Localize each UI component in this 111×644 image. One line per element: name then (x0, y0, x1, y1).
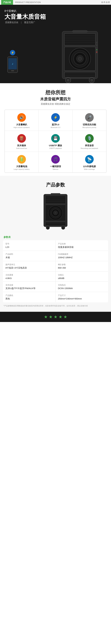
feature-cell-8: 🎵 一键消原音 Silencer (39, 152, 73, 172)
svg-rect-26 (45, 196, 66, 204)
feature-name-cn-4: 实木箱体 (17, 144, 26, 147)
specs-cell-model: 型号 L23 (3, 240, 56, 251)
header-right-text: 追·求·品·质 (101, 1, 110, 4)
features-title: 想你所想 (3, 89, 108, 96)
svg-point-19 (96, 52, 97, 52)
specs-cell-weight: 主机重量 4.8KG (3, 272, 56, 282)
specs-cell-color: 产品颜色 黑色 (3, 292, 56, 302)
feature-name-en-9: Wide coverage (84, 168, 95, 170)
specs-row-2: 产品材料 木箱 FM调频频率 100HZ-18MHZ (3, 251, 108, 261)
features-subtitle-line1: 木质音箱声震四方 (3, 96, 108, 102)
features-section: 想你所想 木质音箱声震四方 震撼重低音效 唱歌跳舞全搞定 🔊 大音量喇叭 Hig… (0, 83, 111, 176)
feature-cell-6: 🎙️ 录音放音 Recording and playback (73, 131, 106, 152)
feature-name-cn-1: 大音量喇叭 (16, 123, 27, 126)
svg-point-35 (55, 212, 56, 214)
hero-section: 8寸双喇叭 大音量木质音箱 震撼重低音效 ｜ 覆盖范围广 ⚡ ♪ (0, 5, 111, 83)
specs-cell-snr: 信噪比 ≥80dB (56, 272, 108, 282)
features-row-2: 🪵 实木箱体 Solid wood box 💾 USB/TF 播放 USB/TF… (5, 131, 106, 152)
specs-title: 产品参数 (3, 182, 108, 188)
specs-note: *产品参数数据采用数据由经量实验室内部测试所得，实际使用环境及设备不同，会存在差… (3, 304, 108, 307)
feature-icon-battery: 🔋 (17, 155, 26, 164)
feature-icon-wood-box: 🪵 (17, 134, 26, 143)
bluetooth-icon: ⚡ (10, 50, 15, 55)
feature-cell-5: 💾 USB/TF 播放 USB/TF playback (39, 131, 73, 152)
feature-name-cn-5: USB/TF 播放 (49, 144, 62, 147)
specs-section: 产品参数 参数表 型号 L2 (0, 176, 111, 312)
feature-icon-silencer: 🎵 (51, 155, 60, 164)
hero-subtitle: 震撼重低音效 ｜ 覆盖范围广 (4, 21, 107, 24)
feature-icon-power: 📡 (85, 155, 94, 164)
feature-name-cn-9: 12V外接电源 (83, 165, 96, 168)
svg-point-17 (96, 46, 98, 48)
stars-footer: ★ ★ ★ ★ ★ (0, 312, 111, 322)
svg-rect-12 (64, 72, 96, 77)
feature-cell-4: 🪵 实木箱体 Solid wood box (5, 131, 39, 152)
feature-name-en-4: Solid wood box (16, 148, 27, 149)
star-2: ★ (49, 314, 53, 319)
svg-rect-36 (45, 222, 66, 226)
svg-rect-1 (64, 34, 96, 46)
feature-icon-usb: 💾 (51, 134, 60, 143)
svg-point-23 (90, 79, 93, 82)
specs-cell-voltage: 充电电压 DC9V-1500MA (56, 282, 108, 292)
feature-name-cn-3: 话筒优先功能 (83, 123, 96, 126)
feature-name-en-7: Large capacity battery (14, 168, 30, 170)
feature-icon-volume: 🔊 (17, 113, 26, 122)
svg-point-11 (78, 57, 82, 60)
specs-table-label: 参数表 (3, 236, 108, 239)
features-row-3: 🔋 大容量电池 Large capacity battery 🎵 一键消原音 S… (5, 152, 106, 172)
feature-name-en-8: Silencer (53, 168, 58, 170)
feature-name-en-5: USB/TF playback (49, 148, 62, 149)
specs-row-5: 支持连接 支持U盘/TF卡/蓝牙/FM/AUX等 充电电压 DC9V-1500M… (3, 282, 108, 292)
star-5: ★ (64, 314, 67, 319)
tab-presentation-label: PRODUCT PRESENTATION (13, 1, 43, 4)
specs-cell-speaker-unit: 扬声器单元 8寸低音+3寸压电高音 (3, 261, 56, 272)
header-bar: 产品介绍 PRODUCT PRESENTATION 追·求·品·质 (0, 0, 111, 5)
svg-rect-40 (51, 193, 60, 194)
feature-cell-1: 🔊 大音量喇叭 High-volume speakers (5, 110, 39, 131)
feature-cell-2: ⚡ 蓝牙5.0 Bluetooth 5.0 (39, 110, 73, 131)
hero-title-big: 大音量木质音箱 (4, 13, 107, 20)
svg-point-18 (96, 50, 97, 50)
svg-rect-24 (73, 30, 87, 32)
feature-name-en-3: Microphone priority (82, 126, 96, 128)
specs-cell-speaker-param: 喇叭参数 8W+3W (56, 261, 108, 272)
features-grid: 🔊 大音量喇叭 High-volume speakers ⚡ 蓝牙5.0 Blu… (4, 110, 107, 173)
feature-name-cn-2: 蓝牙5.0 (52, 123, 59, 126)
feature-icon-bluetooth: ⚡ (51, 113, 60, 122)
specs-table: 型号 L23 产品名称 纽曼多媒体音箱 产品材料 木箱 FM调频频率 100HZ… (3, 240, 108, 302)
feature-name-en-2: Bluetooth 5.0 (51, 126, 60, 128)
feature-cell-3: 🎤 话筒优先功能 Microphone priority (73, 110, 106, 131)
feature-name-cn-7: 大容量电池 (16, 165, 27, 168)
specs-cell-size: 产品尺寸 250mm*240mm*450mm (56, 292, 108, 302)
hero-title-small: 8寸双喇叭 (4, 9, 107, 13)
feature-name-cn-8: 一键消原音 (50, 165, 61, 168)
specs-product-image (41, 193, 70, 231)
specs-cell-material: 产品材料 木箱 (3, 251, 56, 261)
svg-point-38 (46, 226, 50, 230)
feature-name-cn-6: 录音放音 (85, 144, 94, 147)
features-subtitle-line2: 震撼重低音效 唱歌跳舞全搞定 (3, 103, 108, 106)
feature-cell-9: 📡 12V外接电源 Wide coverage (73, 152, 106, 172)
phone-image: ♪ (7, 56, 18, 73)
specs-image-wrap (3, 193, 108, 231)
star-3: ★ (54, 314, 57, 319)
feature-icon-record: 🎙️ (85, 134, 94, 143)
feature-icon-mic-priority: 🎤 (85, 113, 94, 122)
features-row-1: 🔊 大音量喇叭 High-volume speakers ⚡ 蓝牙5.0 Blu… (5, 110, 106, 131)
specs-cell-fm: FM调频频率 100HZ-18MHZ (56, 251, 108, 261)
tab-product-intro[interactable]: 产品介绍 (1, 0, 13, 5)
feature-cell-7: 🔋 大容量电池 Large capacity battery (5, 152, 39, 172)
star-4: ★ (59, 314, 62, 319)
specs-cell-connectivity: 支持连接 支持U盘/TF卡/蓝牙/FM/AUX等 (3, 282, 56, 292)
specs-cell-product-name: 产品名称 纽曼多媒体音箱 (56, 240, 108, 251)
specs-row-4: 主机重量 4.8KG 信噪比 ≥80dB (3, 272, 108, 282)
svg-point-21 (67, 79, 70, 82)
specs-row-3: 扬声器单元 8寸低音+3寸压电高音 喇叭参数 8W+3W (3, 261, 108, 272)
star-1: ★ (44, 314, 48, 319)
feature-name-en-6: Recording and playback (81, 148, 98, 149)
hero-product-image: ⚡ ♪ (4, 27, 107, 83)
tab-active-label: 产品介绍 (3, 1, 11, 4)
svg-point-16 (96, 43, 98, 45)
specs-row-6: 产品颜色 黑色 产品尺寸 250mm*240mm*450mm (3, 292, 108, 302)
